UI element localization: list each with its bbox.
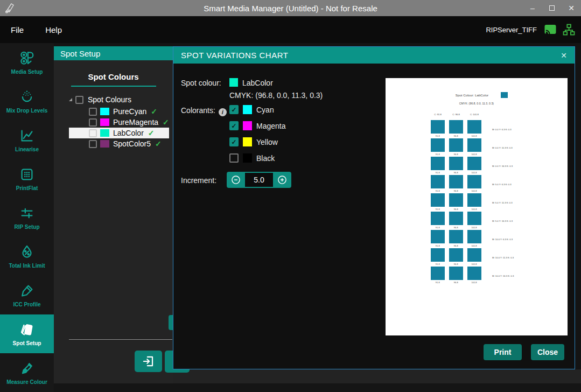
sidebar-item-spot-setup[interactable]: Spot Setup — [0, 314, 54, 353]
preview-cell: 96.8 — [449, 175, 463, 193]
checkbox[interactable] — [89, 140, 97, 148]
colour-row-puremagenta[interactable]: PureMagenta✓ — [69, 117, 169, 128]
caption-text: 91.8 — [436, 190, 440, 192]
preview-cell-caption: 91.8 — [431, 170, 445, 175]
colorant-list: ✓Cyan✓Magenta✓YellowBlack — [229, 105, 285, 170]
sidebar-item-icc-profile[interactable]: ICC Profile — [0, 276, 54, 314]
sidebar-item-label: Spot Setup — [13, 340, 41, 346]
caption-text: 91.8 — [436, 208, 440, 211]
window-title: Smart Media Manager (Untitled) - Not for… — [0, 4, 581, 13]
preview-cell-caption: 101.8 — [467, 225, 481, 230]
spot-setup-panel: Spot Setup Spot Colours Spot Colours Pur… — [54, 46, 173, 383]
colorant-swatch — [243, 105, 252, 114]
close-button[interactable]: ✕ — [562, 0, 581, 16]
colour-swatch — [100, 118, 109, 126]
menu-file[interactable]: File — [11, 21, 24, 39]
spot-colours-tree: Spot Colours PureCyan✓PureMagenta✓LabCol… — [54, 94, 173, 149]
checkbox[interactable] — [75, 96, 83, 104]
sidebar-item-rip-setup[interactable]: RIP Setup — [0, 198, 54, 237]
checkbox[interactable] — [229, 153, 239, 163]
colour-row-spotcolor5[interactable]: SpotColor5✓ — [69, 138, 169, 149]
sidebar-item-printflat[interactable]: PrintFlat — [0, 159, 54, 198]
row-label-text: M: 10.0 Y: 16.3 K: 0.3 — [492, 275, 514, 277]
checkbox[interactable]: ✓ — [229, 105, 239, 114]
preview-row: 91.896.8101.8M: 0.0 Y: 16.3 K: 0.3 — [431, 157, 544, 175]
colorant-row-magenta: ✓Magenta — [229, 121, 285, 130]
preview-row: 91.896.8101.8M: 10.0 Y: 16.3 K: 0.3 — [431, 267, 544, 285]
preview-cell: 96.8 — [449, 267, 463, 285]
title-bar: Smart Media Manager (Untitled) - Not for… — [0, 0, 581, 16]
preview-cell: 101.8 — [467, 267, 481, 285]
sidebar-item-linearise[interactable]: Linearise — [0, 121, 54, 159]
rip-server-label: RIPServer_TIFF — [486, 26, 537, 34]
preview-cell-caption: 96.8 — [449, 188, 463, 193]
preview-row: 91.896.8101.8M: 0.0 Y: 11.3 K: 0.3 — [431, 138, 544, 157]
colour-row-labcolor[interactable]: LabColor✓ — [69, 128, 169, 138]
colour-swatch — [100, 129, 109, 137]
increment-stepper: 5.0 — [227, 172, 291, 188]
caption-text: 91.8 — [436, 172, 440, 174]
colorant-name: Black — [256, 154, 275, 163]
checkbox[interactable] — [89, 108, 97, 116]
preview-cell: 91.8 — [431, 175, 445, 193]
colour-row-purecyan[interactable]: PureCyan✓ — [69, 106, 169, 117]
colour-swatch — [100, 108, 109, 115]
sidebar-item-label: RIP Setup — [14, 224, 39, 230]
dialog-close-icon[interactable]: ✕ — [561, 51, 567, 60]
preview-row-label: M: 0.0 Y: 6.3 K: 0.3 — [492, 124, 538, 134]
sidebar-item-mix-drop-levels[interactable]: Mix Drop Levels — [0, 82, 54, 121]
preview-row-label: M: 10.0 Y: 6.3 K: 0.3 — [492, 234, 541, 243]
caption-text: 96.8 — [454, 208, 458, 211]
import-button[interactable] — [135, 351, 162, 372]
spot-setup-icon — [19, 321, 35, 338]
total-ink-limit-icon — [19, 244, 35, 260]
sidebar-item-measure-colour[interactable]: Measure Colour — [0, 353, 54, 392]
preview-cell-caption: 101.8 — [467, 262, 481, 267]
sidebar-item-label: PrintFlat — [16, 185, 38, 191]
info-icon[interactable]: i — [219, 108, 227, 116]
sidebar-item-total-ink-limit[interactable]: Total Ink Limit — [0, 237, 54, 276]
maximize-button[interactable] — [542, 0, 562, 16]
print-button[interactable]: Print — [484, 344, 522, 360]
checkbox[interactable] — [89, 118, 97, 127]
expander-icon[interactable] — [69, 98, 72, 101]
checkbox[interactable]: ✓ — [229, 137, 239, 146]
preview-cell: 91.8 — [431, 230, 445, 248]
close-dialog-button[interactable]: Close — [531, 344, 564, 360]
maximize-icon — [549, 5, 555, 11]
colorants-label: Colorants:i — [181, 106, 227, 116]
increment-button[interactable] — [273, 172, 291, 188]
preview-swatch — [449, 157, 463, 170]
colorant-swatch — [243, 121, 252, 130]
caption-text: 101.8 — [472, 172, 477, 174]
preview-swatch — [431, 157, 445, 170]
preview-row: 91.896.8101.8M: 5.0 Y: 6.3 K: 0.3 — [431, 175, 544, 193]
preview-swatch — [467, 138, 481, 152]
linearise-icon — [19, 128, 35, 144]
decrement-button[interactable] — [227, 172, 245, 188]
preview-swatch — [449, 230, 463, 243]
cast-icon[interactable] — [543, 24, 557, 36]
minimize-button[interactable]: – — [523, 0, 542, 16]
dialog-title: SPOT VARIATIONS CHART — [181, 51, 288, 60]
checkbox[interactable] — [89, 129, 97, 137]
sidebar-item-media-setup[interactable]: Media Setup — [0, 43, 54, 82]
colorant-row-black: Black — [229, 153, 285, 163]
caption-text: 101.8 — [472, 208, 477, 211]
dialog-header: SPOT VARIATIONS CHART ✕ — [173, 47, 575, 64]
row-label-text: M: 5.0 Y: 6.3 K: 0.3 — [492, 183, 512, 186]
preview-row: 91.896.8101.8M: 0.0 Y: 6.3 K: 0.3 — [431, 120, 544, 138]
colorant-name: Cyan — [256, 106, 274, 114]
tree-root-row[interactable]: Spot Colours — [69, 94, 173, 105]
check-icon: ✓ — [148, 129, 155, 137]
caption-text: 91.8 — [436, 282, 440, 284]
sidebar-item-label: Linearise — [15, 146, 39, 152]
network-icon[interactable] — [562, 24, 576, 36]
title-underline — [71, 86, 156, 87]
checkbox[interactable]: ✓ — [229, 121, 239, 130]
menu-help[interactable]: Help — [45, 21, 62, 39]
increment-value[interactable]: 5.0 — [245, 172, 273, 188]
caption-text: 96.8 — [454, 245, 458, 247]
check-icon: ✓ — [163, 118, 169, 127]
preview-cell: 96.8 — [449, 157, 463, 175]
